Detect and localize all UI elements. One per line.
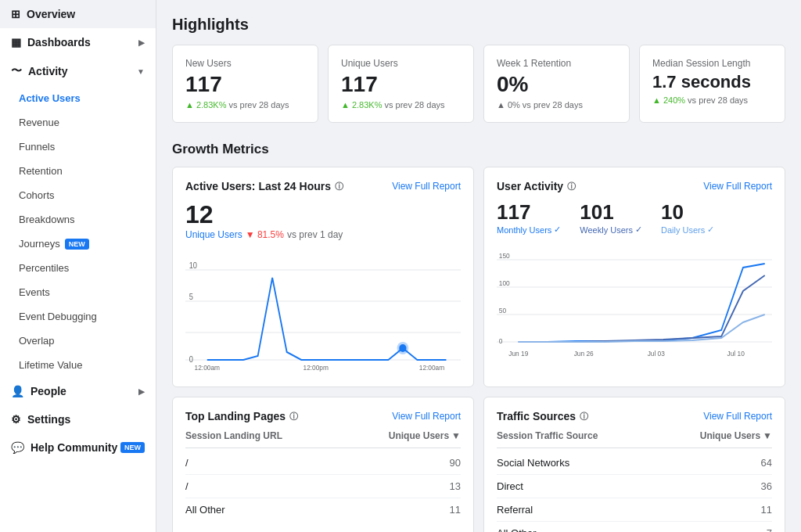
sidebar-item-help[interactable]: 💬 Help Community NEW (0, 433, 156, 462)
sidebar-item-activity[interactable]: 〜 Activity ▼ (0, 56, 156, 86)
sidebar-item-cohorts[interactable]: Cohorts (0, 183, 156, 207)
unique-users-label: Unique Users (185, 229, 242, 240)
sidebar-item-breakdowns[interactable]: Breakdowns (0, 207, 156, 232)
sidebar-item-people[interactable]: 👤 People ▶ (0, 377, 156, 405)
landing-pages-title: Top Landing Pages ⓘ (185, 410, 298, 422)
table-row: / 13 (185, 475, 461, 498)
sort-icon-traffic: ▼ (763, 430, 772, 441)
sidebar-item-active-users[interactable]: Active Users (0, 86, 156, 110)
table-row: All Other 7 (497, 522, 772, 532)
traffic-sources-col-users[interactable]: Unique Users ▼ (700, 430, 772, 441)
row-users-3: 11 (450, 504, 461, 516)
row-url-2: / (185, 480, 189, 492)
sidebar-item-percentiles[interactable]: Percentiles (0, 256, 156, 280)
people-chevron: ▶ (138, 387, 145, 396)
highlight-value-retention: 0% (497, 72, 616, 97)
sidebar-item-overview[interactable]: ⊞ Overview (0, 0, 156, 28)
user-activity-info-icon: ⓘ (567, 181, 576, 192)
row-url-3: All Other (185, 504, 225, 516)
row-traffic-users-2: 36 (761, 480, 772, 492)
sidebar-item-retention[interactable]: Retention (0, 159, 156, 183)
daily-check-icon: ✓ (707, 225, 714, 235)
user-activity-card-title: User Activity ⓘ (497, 180, 576, 192)
row-traffic-users-3: 11 (761, 504, 772, 516)
weekly-users-label: Weekly Users ✓ (580, 225, 642, 235)
activity-label: Activity (28, 65, 68, 77)
active-users-card-header: Active Users: Last 24 Hours ⓘ View Full … (185, 180, 461, 192)
sidebar-item-revenue[interactable]: Revenue (0, 110, 156, 135)
traffic-sources-title-text: Traffic Sources (497, 410, 576, 422)
table-row: All Other 11 (185, 498, 461, 521)
svg-text:50: 50 (499, 307, 506, 315)
main-content: Highlights New Users 117 ▲ 2.83K% vs pre… (156, 0, 801, 532)
highlights-grid: New Users 117 ▲ 2.83K% vs prev 28 days U… (172, 45, 785, 123)
metrics-grid: Active Users: Last 24 Hours ⓘ View Full … (172, 167, 785, 387)
table-row: / 90 (185, 451, 461, 475)
highlight-label-retention: Week 1 Retention (497, 58, 616, 69)
dashboards-chevron: ▶ (138, 38, 145, 47)
row-users-1: 90 (450, 457, 461, 469)
sidebar-item-settings[interactable]: ⚙ Settings (0, 405, 156, 433)
monthly-users-stat: 117 Monthly Users ✓ (497, 200, 561, 235)
sort-icon-landing: ▼ (451, 430, 461, 441)
svg-text:100: 100 (499, 279, 510, 287)
user-activity-view-full[interactable]: View Full Report (703, 181, 772, 192)
row-source-3: Referral (497, 504, 533, 516)
help-icon: 💬 (11, 441, 24, 454)
row-source-2: Direct (497, 480, 523, 492)
landing-pages-col-users[interactable]: Unique Users ▼ (389, 430, 461, 441)
daily-users-stat: 10 Daily Users ✓ (661, 200, 714, 235)
active-users-info-icon: ⓘ (335, 181, 343, 192)
active-users-title-text: Active Users: Last 24 Hours (185, 180, 331, 192)
journeys-new-badge: NEW (65, 239, 89, 250)
landing-pages-col-url: Session Landing URL (185, 430, 282, 441)
svg-text:Jul 10: Jul 10 (727, 350, 745, 358)
traffic-sources-header: Traffic Sources ⓘ View Full Report (497, 410, 772, 422)
daily-users-value: 10 (661, 200, 714, 225)
svg-text:0: 0 (189, 355, 193, 364)
sidebar-item-journeys[interactable]: Journeys NEW (0, 232, 156, 256)
active-users-chart: 10 5 0 12:00am 12:00pm 12:00am (185, 246, 461, 374)
highlight-card-session-length: Median Session Length 1.7 seconds ▲ 240%… (639, 45, 785, 123)
landing-pages-view-full[interactable]: View Full Report (392, 411, 461, 422)
sidebar-item-events[interactable]: Events (0, 280, 156, 304)
svg-text:10: 10 (189, 261, 197, 270)
svg-text:12:00am: 12:00am (195, 364, 220, 372)
highlights-title: Highlights (172, 16, 785, 34)
settings-label: Settings (27, 413, 70, 426)
sidebar-item-overlap[interactable]: Overlap (0, 329, 156, 353)
tables-grid: Top Landing Pages ⓘ View Full Report Ses… (172, 397, 785, 532)
sidebar-item-event-debugging[interactable]: Event Debugging (0, 304, 156, 329)
sidebar-item-lifetime-value[interactable]: Lifetime Value (0, 353, 156, 377)
sidebar-item-funnels[interactable]: Funnels (0, 135, 156, 159)
overview-label: Overview (27, 8, 75, 20)
svg-text:12:00pm: 12:00pm (304, 364, 329, 372)
sidebar-item-dashboards[interactable]: ▦ Dashboards ▶ (0, 28, 156, 56)
row-traffic-users-4: 7 (767, 527, 772, 532)
active-users-value: 12 (185, 200, 461, 229)
active-users-card: Active Users: Last 24 Hours ⓘ View Full … (172, 167, 474, 387)
highlight-label-session-length: Median Session Length (652, 58, 772, 69)
landing-pages-table-header: Session Landing URL Unique Users ▼ (185, 430, 461, 448)
active-users-card-title: Active Users: Last 24 Hours ⓘ (185, 180, 343, 192)
user-activity-card-header: User Activity ⓘ View Full Report (497, 180, 772, 192)
row-users-2: 13 (450, 480, 461, 492)
user-activity-chart: 150 100 50 0 Jun 19 Jun 26 Jul 03 Jul 10 (497, 244, 772, 368)
traffic-sources-table-header: Session Traffic Source Unique Users ▼ (497, 430, 772, 448)
svg-text:5: 5 (189, 293, 193, 301)
landing-pages-header: Top Landing Pages ⓘ View Full Report (185, 410, 461, 422)
overview-icon: ⊞ (11, 8, 20, 20)
traffic-sources-info-icon: ⓘ (580, 411, 588, 422)
user-activity-title-text: User Activity (497, 180, 563, 192)
active-users-view-full[interactable]: View Full Report (392, 181, 461, 192)
table-row: Referral 11 (497, 498, 772, 522)
sidebar: ⊞ Overview ▦ Dashboards ▶ 〜 Activity ▼ A… (0, 0, 156, 532)
highlight-change-unique-users: ▲ 2.83K% vs prev 28 days (341, 100, 461, 110)
row-source-4: All Other (497, 527, 537, 532)
traffic-sources-view-full[interactable]: View Full Report (703, 411, 772, 422)
help-label: Help Community (31, 441, 117, 454)
table-row: Direct 36 (497, 475, 772, 498)
active-users-change: ▼ 81.5% (246, 229, 284, 240)
traffic-sources-card: Traffic Sources ⓘ View Full Report Sessi… (483, 397, 785, 532)
dashboards-icon: ▦ (11, 36, 21, 49)
